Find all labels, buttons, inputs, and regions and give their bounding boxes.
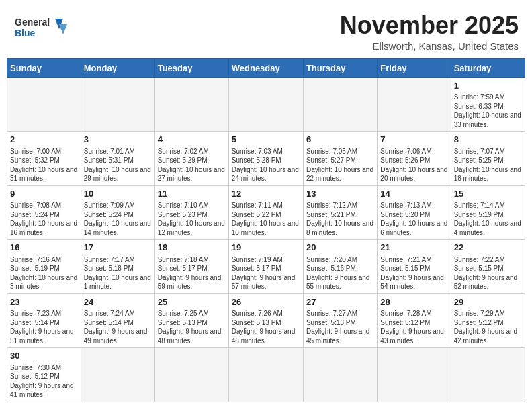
logo: General Blue xyxy=(13,12,74,42)
calendar-cell: 28Sunrise: 7:28 AM Sunset: 5:12 PM Dayli… xyxy=(378,293,451,348)
day-info: Sunrise: 7:17 AM Sunset: 5:18 PM Dayligh… xyxy=(84,255,152,291)
calendar-cell xyxy=(451,348,525,402)
column-header-sunday: Sunday xyxy=(7,58,81,77)
day-info: Sunrise: 7:09 AM Sunset: 5:24 PM Dayligh… xyxy=(84,201,152,237)
calendar-cell xyxy=(228,348,303,402)
column-header-wednesday: Wednesday xyxy=(228,58,303,77)
calendar-cell: 5Sunrise: 7:03 AM Sunset: 5:28 PM Daylig… xyxy=(228,132,303,186)
day-info: Sunrise: 7:10 AM Sunset: 5:23 PM Dayligh… xyxy=(158,201,226,237)
calendar-cell: 18Sunrise: 7:18 AM Sunset: 5:17 PM Dayli… xyxy=(154,240,228,294)
column-header-friday: Friday xyxy=(378,58,451,77)
column-header-monday: Monday xyxy=(81,58,154,77)
calendar-cell xyxy=(303,77,377,132)
calendar-cell: 21Sunrise: 7:21 AM Sunset: 5:15 PM Dayli… xyxy=(378,240,451,294)
day-info: Sunrise: 7:07 AM Sunset: 5:25 PM Dayligh… xyxy=(454,147,522,183)
calendar-cell: 13Sunrise: 7:12 AM Sunset: 5:21 PM Dayli… xyxy=(303,185,377,240)
day-info: Sunrise: 7:20 AM Sunset: 5:16 PM Dayligh… xyxy=(306,255,374,291)
calendar-cell: 16Sunrise: 7:16 AM Sunset: 5:19 PM Dayli… xyxy=(7,240,81,294)
day-number: 9 xyxy=(10,188,78,200)
logo-svg: General Blue xyxy=(13,12,74,42)
calendar-cell xyxy=(228,77,303,132)
calendar-cell xyxy=(154,348,228,402)
day-info: Sunrise: 7:01 AM Sunset: 5:31 PM Dayligh… xyxy=(84,147,152,183)
calendar-table: SundayMondayTuesdayWednesdayThursdayFrid… xyxy=(7,58,525,402)
calendar-cell xyxy=(154,77,228,132)
day-number: 27 xyxy=(306,296,374,308)
calendar-cell: 19Sunrise: 7:19 AM Sunset: 5:17 PM Dayli… xyxy=(228,240,303,294)
day-info: Sunrise: 7:28 AM Sunset: 5:12 PM Dayligh… xyxy=(380,309,447,345)
calendar-cell xyxy=(378,348,451,402)
calendar-cell: 1Sunrise: 7:59 AM Sunset: 6:33 PM Daylig… xyxy=(451,77,525,132)
calendar-cell xyxy=(81,348,154,402)
day-info: Sunrise: 7:12 AM Sunset: 5:21 PM Dayligh… xyxy=(306,201,374,237)
day-number: 3 xyxy=(84,134,152,146)
day-number: 7 xyxy=(380,134,447,146)
day-info: Sunrise: 7:14 AM Sunset: 5:19 PM Dayligh… xyxy=(454,201,522,237)
day-info: Sunrise: 7:59 AM Sunset: 6:33 PM Dayligh… xyxy=(454,93,522,129)
calendar-cell: 29Sunrise: 7:29 AM Sunset: 5:12 PM Dayli… xyxy=(451,293,525,348)
day-info: Sunrise: 7:06 AM Sunset: 5:26 PM Dayligh… xyxy=(380,147,447,183)
calendar-body: 1Sunrise: 7:59 AM Sunset: 6:33 PM Daylig… xyxy=(7,77,525,402)
calendar-cell: 17Sunrise: 7:17 AM Sunset: 5:18 PM Dayli… xyxy=(81,240,154,294)
day-info: Sunrise: 7:24 AM Sunset: 5:14 PM Dayligh… xyxy=(84,309,152,345)
day-number: 28 xyxy=(380,296,447,308)
day-number: 23 xyxy=(10,296,78,308)
header: General Blue November 2025 Ellsworth, Ka… xyxy=(0,0,532,58)
column-header-tuesday: Tuesday xyxy=(154,58,228,77)
calendar-cell xyxy=(378,77,451,132)
day-number: 11 xyxy=(158,188,226,200)
day-info: Sunrise: 7:18 AM Sunset: 5:17 PM Dayligh… xyxy=(158,255,226,291)
day-info: Sunrise: 7:13 AM Sunset: 5:20 PM Dayligh… xyxy=(380,201,447,237)
calendar-cell: 25Sunrise: 7:25 AM Sunset: 5:13 PM Dayli… xyxy=(154,293,228,348)
calendar-cell: 23Sunrise: 7:23 AM Sunset: 5:14 PM Dayli… xyxy=(7,293,81,348)
svg-marker-3 xyxy=(59,24,67,34)
day-number: 22 xyxy=(454,242,522,254)
day-number: 5 xyxy=(232,134,300,146)
calendar-header-row: SundayMondayTuesdayWednesdayThursdayFrid… xyxy=(7,58,525,77)
svg-text:General: General xyxy=(15,17,50,28)
column-header-thursday: Thursday xyxy=(303,58,377,77)
day-number: 4 xyxy=(158,134,226,146)
day-info: Sunrise: 7:05 AM Sunset: 5:27 PM Dayligh… xyxy=(306,147,374,183)
day-number: 18 xyxy=(158,242,226,254)
day-info: Sunrise: 7:02 AM Sunset: 5:29 PM Dayligh… xyxy=(158,147,226,183)
day-number: 26 xyxy=(232,296,300,308)
day-number: 21 xyxy=(380,242,447,254)
calendar-week-4: 16Sunrise: 7:16 AM Sunset: 5:19 PM Dayli… xyxy=(7,240,525,294)
calendar-week-1: 1Sunrise: 7:59 AM Sunset: 6:33 PM Daylig… xyxy=(7,77,525,132)
calendar-week-6: 30Sunrise: 7:30 AM Sunset: 5:12 PM Dayli… xyxy=(7,348,525,402)
day-info: Sunrise: 7:19 AM Sunset: 5:17 PM Dayligh… xyxy=(232,255,300,291)
day-info: Sunrise: 7:16 AM Sunset: 5:19 PM Dayligh… xyxy=(10,255,78,291)
calendar-cell: 20Sunrise: 7:20 AM Sunset: 5:16 PM Dayli… xyxy=(303,240,377,294)
calendar-cell: 8Sunrise: 7:07 AM Sunset: 5:25 PM Daylig… xyxy=(451,132,525,186)
calendar-cell: 11Sunrise: 7:10 AM Sunset: 5:23 PM Dayli… xyxy=(154,185,228,240)
day-info: Sunrise: 7:27 AM Sunset: 5:13 PM Dayligh… xyxy=(306,309,374,345)
svg-text:Blue: Blue xyxy=(15,28,36,38)
day-number: 19 xyxy=(232,242,300,254)
calendar-wrapper: SundayMondayTuesdayWednesdayThursdayFrid… xyxy=(0,58,532,409)
day-info: Sunrise: 7:25 AM Sunset: 5:13 PM Dayligh… xyxy=(158,309,226,345)
day-info: Sunrise: 7:11 AM Sunset: 5:22 PM Dayligh… xyxy=(232,201,300,237)
day-number: 12 xyxy=(232,188,300,200)
calendar-week-2: 2Sunrise: 7:00 AM Sunset: 5:32 PM Daylig… xyxy=(7,132,525,186)
day-number: 1 xyxy=(454,80,522,92)
calendar-cell: 22Sunrise: 7:22 AM Sunset: 5:15 PM Dayli… xyxy=(451,240,525,294)
day-number: 2 xyxy=(10,134,78,146)
day-number: 10 xyxy=(84,188,152,200)
day-number: 29 xyxy=(454,296,522,308)
day-info: Sunrise: 7:26 AM Sunset: 5:13 PM Dayligh… xyxy=(232,309,300,345)
calendar-cell: 7Sunrise: 7:06 AM Sunset: 5:26 PM Daylig… xyxy=(378,132,451,186)
day-info: Sunrise: 7:08 AM Sunset: 5:24 PM Dayligh… xyxy=(10,201,78,237)
day-info: Sunrise: 7:03 AM Sunset: 5:28 PM Dayligh… xyxy=(232,147,300,183)
calendar-cell: 9Sunrise: 7:08 AM Sunset: 5:24 PM Daylig… xyxy=(7,185,81,240)
calendar-cell: 26Sunrise: 7:26 AM Sunset: 5:13 PM Dayli… xyxy=(228,293,303,348)
day-info: Sunrise: 7:21 AM Sunset: 5:15 PM Dayligh… xyxy=(380,255,447,291)
calendar-week-3: 9Sunrise: 7:08 AM Sunset: 5:24 PM Daylig… xyxy=(7,185,525,240)
day-number: 17 xyxy=(84,242,152,254)
day-number: 24 xyxy=(84,296,152,308)
calendar-cell: 24Sunrise: 7:24 AM Sunset: 5:14 PM Dayli… xyxy=(81,293,154,348)
calendar-cell: 27Sunrise: 7:27 AM Sunset: 5:13 PM Dayli… xyxy=(303,293,377,348)
day-number: 16 xyxy=(10,242,78,254)
page: General Blue November 2025 Ellsworth, Ka… xyxy=(0,0,532,409)
day-number: 13 xyxy=(306,188,374,200)
